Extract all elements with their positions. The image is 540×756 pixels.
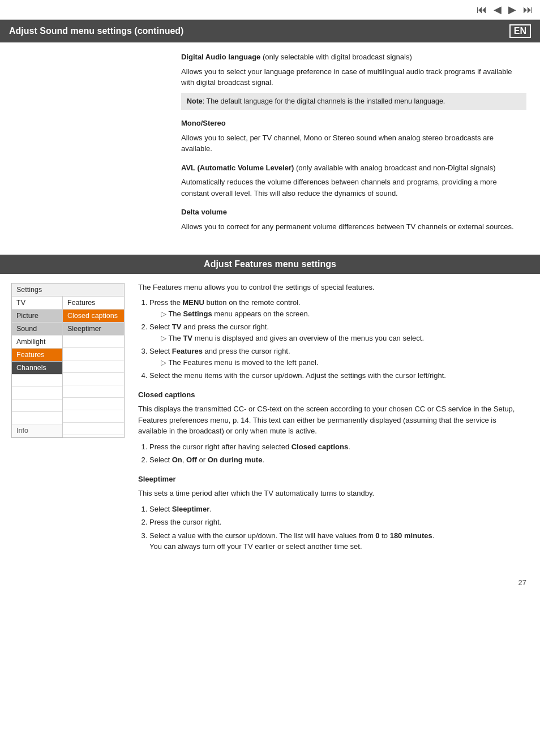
closed-captions-block: Closed captions This displays the transm… bbox=[138, 389, 526, 466]
sleeptimer-para1: This sets a time period after which the … bbox=[138, 488, 526, 499]
upper-content: Digital Audio language (only selectable … bbox=[0, 42, 540, 249]
features-section-header: Adjust Features menu settings bbox=[0, 255, 540, 274]
sidebar-item-ambilight[interactable]: Ambilight bbox=[12, 336, 62, 349]
cc-step-2: Select On, Off or On during mute. bbox=[149, 454, 526, 466]
back-icon[interactable]: ◀ bbox=[494, 3, 502, 16]
avl-heading: AVL (Automatic Volume Leveler) (only ava… bbox=[181, 162, 526, 174]
upper-section-header: Adjust Sound menu settings (continued) E… bbox=[0, 20, 540, 42]
sleep-step-2: Press the cursor right. bbox=[149, 517, 526, 528]
features-step-1: Press the MENU button on the remote cont… bbox=[149, 297, 526, 319]
sidebar-row: TV Picture Sound Ambilight Features Chan… bbox=[12, 297, 124, 437]
upper-section-title: Adjust Sound menu settings (continued) bbox=[9, 26, 183, 36]
sleeptimer-steps: Select Sleeptimer. Press the cursor righ… bbox=[138, 504, 526, 552]
mono-stereo-block: Mono/Stereo Allows you to select, per TV… bbox=[181, 118, 526, 154]
sidebar-item-sound[interactable]: Sound bbox=[12, 323, 62, 336]
sidebar-right-empty-8 bbox=[63, 423, 124, 435]
features-right-content: The Features menu allows you to control … bbox=[134, 274, 540, 569]
features-step-3: Select Features and press the cursor rig… bbox=[149, 346, 526, 368]
sidebar-item-tv[interactable]: TV bbox=[12, 297, 62, 310]
closed-captions-steps: Press the cursor right after having sele… bbox=[138, 441, 526, 466]
features-section-title: Adjust Features menu settings bbox=[204, 259, 336, 269]
sidebar-item-picture[interactable]: Picture bbox=[12, 310, 62, 323]
features-step-4: Select the menu items with the cursor up… bbox=[149, 370, 526, 381]
features-steps-list: Press the MENU button on the remote cont… bbox=[138, 297, 526, 381]
sidebar-item-features[interactable]: Features bbox=[12, 349, 62, 362]
cc-step-1: Press the cursor right after having sele… bbox=[149, 441, 526, 453]
mono-stereo-heading: Mono/Stereo bbox=[181, 118, 526, 129]
sidebar-right-empty-3 bbox=[63, 360, 124, 373]
delta-volume-para1: Allows you to correct for any permanent … bbox=[181, 221, 526, 233]
sleeptimer-block: Sleeptimer This sets a time period after… bbox=[138, 474, 526, 552]
delta-volume-block: Delta volume Allows you to correct for a… bbox=[181, 207, 526, 232]
sleep-step-3: Select a value with the cursor up/down. … bbox=[149, 530, 526, 552]
features-body: Settings TV Picture Sound Ambilight Feat… bbox=[0, 274, 540, 569]
nav-icons[interactable]: ⏮ ◀ ▶ ⏭ bbox=[477, 3, 533, 16]
closed-captions-heading: Closed captions bbox=[138, 389, 526, 401]
skip-forward-icon[interactable]: ⏭ bbox=[523, 4, 533, 16]
avl-para1: Automatically reduces the volume differe… bbox=[181, 177, 526, 199]
sleep-step-1: Select Sleeptimer. bbox=[149, 504, 526, 515]
mono-stereo-para1: Allows you to select, per TV channel, Mo… bbox=[181, 132, 526, 154]
sidebar-right-empty-5 bbox=[63, 385, 124, 398]
page-number: 27 bbox=[0, 569, 540, 596]
digital-audio-para1: Allows you to select your language prefe… bbox=[181, 66, 526, 88]
closed-captions-para1: This displays the transmitted CC- or CS-… bbox=[138, 403, 526, 437]
sidebar-empty-4 bbox=[12, 412, 62, 424]
features-step-2-sub: The TV menu is displayed and gives an ov… bbox=[155, 333, 526, 344]
digital-audio-heading: Digital Audio language (only selectable … bbox=[181, 51, 526, 63]
delta-volume-heading: Delta volume bbox=[181, 207, 526, 218]
sidebar-right-empty-4 bbox=[63, 373, 124, 385]
sidebar-right-sleeptimer[interactable]: Sleeptimer bbox=[63, 323, 124, 336]
en-badge: EN bbox=[509, 24, 531, 38]
sidebar-right-closed-captions[interactable]: Closed captions bbox=[63, 310, 124, 323]
sidebar-empty-2 bbox=[12, 387, 62, 400]
top-navigation: ⏮ ◀ ▶ ⏭ bbox=[0, 0, 540, 20]
sidebar-right-empty-2 bbox=[63, 348, 124, 360]
sidebar-item-channels[interactable]: Channels bbox=[12, 362, 62, 375]
features-intro: The Features menu allows you to control … bbox=[138, 283, 526, 291]
sidebar-right-features[interactable]: Features bbox=[63, 297, 124, 310]
sidebar-right-empty-7 bbox=[63, 410, 124, 423]
sidebar-right-empty-1 bbox=[63, 336, 124, 348]
sidebar-empty-1 bbox=[12, 375, 62, 387]
sleeptimer-heading: Sleeptimer bbox=[138, 474, 526, 485]
digital-audio-block: Digital Audio language (only selectable … bbox=[181, 51, 526, 110]
sidebar-empty-3 bbox=[12, 400, 62, 412]
digital-audio-note: Note: The default language for the digit… bbox=[181, 93, 526, 110]
sidebar-item-info[interactable]: Info bbox=[12, 424, 62, 437]
sidebar-right-col: Features Closed captions Sleeptimer bbox=[63, 297, 124, 437]
features-step-1-sub: The Settings menu appears on the screen. bbox=[155, 308, 526, 320]
sidebar-left-col: TV Picture Sound Ambilight Features Chan… bbox=[12, 297, 63, 437]
avl-block: AVL (Automatic Volume Leveler) (only ava… bbox=[181, 162, 526, 199]
sidebar-title: Settings bbox=[12, 284, 124, 297]
settings-sidebar: Settings TV Picture Sound Ambilight Feat… bbox=[11, 283, 125, 438]
skip-back-icon[interactable]: ⏮ bbox=[477, 4, 487, 16]
features-step-2: Select TV and press the cursor right. Th… bbox=[149, 321, 526, 343]
features-step-3-sub: The Features menu is moved to the left p… bbox=[155, 357, 526, 368]
sidebar-right-empty-6 bbox=[63, 398, 124, 410]
forward-icon[interactable]: ▶ bbox=[508, 3, 516, 16]
